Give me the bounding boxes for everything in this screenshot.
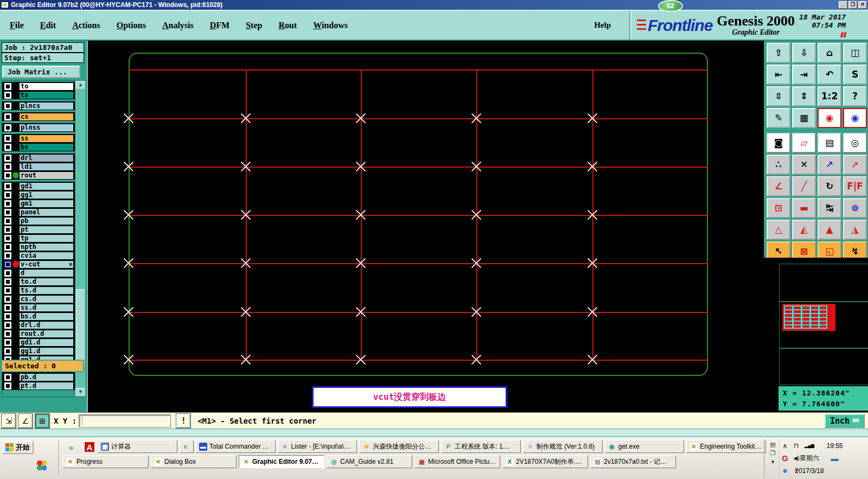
clock-time[interactable]: 19:55 xyxy=(826,442,843,450)
grid-toggle-icon[interactable]: ▦ xyxy=(792,108,816,128)
layer-visibility-checkbox[interactable] xyxy=(4,200,11,207)
layer-visibility-checkbox[interactable] xyxy=(4,144,11,151)
layer-label[interactable]: cs.d xyxy=(19,295,74,303)
layer-label[interactable]: plnss xyxy=(19,124,74,132)
network-signal-icon[interactable]: ▂▄▆ xyxy=(805,443,814,448)
previous-view-icon[interactable]: ↶ xyxy=(818,65,841,85)
menu-item[interactable]: Edit xyxy=(40,21,56,30)
layer-visibility-checkbox[interactable] xyxy=(4,330,11,337)
volume-icon[interactable]: ◀) xyxy=(793,455,799,461)
zoom-out-view-icon[interactable]: ⇩ xyxy=(792,43,816,63)
layer-visibility-checkbox[interactable] xyxy=(4,235,11,242)
layer-visibility-checkbox[interactable] xyxy=(4,209,11,216)
layer-label[interactable]: npth xyxy=(19,243,74,251)
stretch-line-icon[interactable]: ▬ xyxy=(792,198,816,218)
pan-right-icon[interactable]: ⇥ xyxy=(792,65,816,85)
clock-date[interactable]: 2017/3/18 xyxy=(795,467,824,475)
menu-item[interactable]: Rout xyxy=(278,21,297,30)
layer-label[interactable]: ldi xyxy=(19,163,74,171)
layer-visibility-checkbox[interactable] xyxy=(4,296,11,303)
taskbar-button-spec[interactable]: ≡ 制作规范 (Ver:1.0.6) xyxy=(523,440,603,453)
layer-visibility-checkbox[interactable] xyxy=(4,252,11,259)
resize-mode-icon[interactable]: ⇲ xyxy=(2,414,16,428)
layer-visibility-checkbox[interactable] xyxy=(4,155,11,162)
slope-measure-icon[interactable]: ╱ xyxy=(792,176,816,196)
layer-label[interactable]: gd1.d xyxy=(19,339,74,347)
zoom-selection-icon[interactable]: ⇕ xyxy=(792,86,816,106)
layer-label[interactable]: drl.d xyxy=(19,321,74,329)
layer-visibility-checkbox[interactable] xyxy=(4,163,11,170)
move-origin-icon[interactable]: ↗ xyxy=(818,155,841,175)
zoom-in-view-icon[interactable]: ⇧ xyxy=(767,43,790,63)
scroll-down-icon[interactable]: ▼ xyxy=(75,388,86,397)
layer-visibility-checkbox[interactable] xyxy=(4,103,11,110)
canvas-drawing[interactable] xyxy=(88,41,764,412)
layer-visibility-checkbox[interactable] xyxy=(4,348,11,355)
scroll-up-icon[interactable]: ▲ xyxy=(75,81,86,90)
layer-visibility-checkbox[interactable] xyxy=(4,322,11,329)
angle-mode-icon[interactable]: ∠ xyxy=(18,414,33,428)
layer-visibility-checkbox[interactable] xyxy=(4,339,11,346)
taskbar-button-eng-toolkit[interactable]: ✕ Engineering Toolkit 9.... xyxy=(686,440,766,453)
taskbar-button-picture-manager[interactable]: ▣ Microsoft Office Picture ... xyxy=(414,455,500,468)
scale-1-2-icon[interactable]: 1:2 xyxy=(818,86,841,106)
reshape-pad-icon[interactable]: ▱ xyxy=(792,133,816,153)
layer-visibility-checkbox[interactable] xyxy=(4,382,11,389)
menu-item[interactable]: Actions xyxy=(72,21,100,30)
layer-visibility-checkbox[interactable] xyxy=(4,287,11,294)
minimize-button[interactable]: _ xyxy=(839,1,847,9)
panel-thumbnail[interactable] xyxy=(782,304,835,331)
layer-label[interactable]: cs xyxy=(19,113,74,121)
layer-label[interactable]: ss xyxy=(19,135,74,143)
layer-label[interactable]: drl xyxy=(19,154,74,162)
menu-item[interactable]: File xyxy=(10,21,24,30)
layer-label[interactable]: plncs xyxy=(19,102,74,110)
layer-label[interactable]: bs xyxy=(19,143,74,151)
layer-visibility-checkbox[interactable] xyxy=(4,278,11,285)
mirror-icon[interactable]: F|F xyxy=(843,176,867,196)
zoom-extents-icon[interactable]: ⇳ xyxy=(767,86,790,106)
layer-visibility-checkbox[interactable] xyxy=(4,270,11,277)
layer-label[interactable]: pt xyxy=(19,226,74,234)
layer-label[interactable]: d xyxy=(19,269,74,277)
triangle-filled-icon[interactable]: ▲ xyxy=(818,220,841,240)
alert-button[interactable]: ! xyxy=(176,414,190,428)
triangle-outline-icon[interactable]: △ xyxy=(767,220,790,240)
layer-visibility-checkbox[interactable] xyxy=(4,124,11,131)
taskbar-button-xingsen[interactable]: ★ 兴森快捷衡阳分公司... xyxy=(359,440,439,453)
layer-visibility-checkbox[interactable] xyxy=(4,191,11,199)
netlist-compare-icon[interactable]: ◉ xyxy=(843,108,867,128)
layer-label[interactable]: pt.d xyxy=(19,382,74,390)
layer-label[interactable]: rout.d xyxy=(19,330,74,338)
move-point-icon[interactable]: ➚ xyxy=(843,155,867,175)
layer-visibility-checkbox[interactable] xyxy=(4,226,11,233)
layer-label[interactable]: bs.d xyxy=(19,312,74,321)
layer-visibility-checkbox[interactable] xyxy=(4,304,11,311)
layer-visibility-checkbox[interactable] xyxy=(4,92,11,99)
layer-visibility-checkbox[interactable] xyxy=(4,135,11,142)
collapse-tray-icon[interactable]: ∧ xyxy=(783,442,788,450)
delete-icon[interactable]: ✕ xyxy=(792,155,816,175)
copy-pad-icon[interactable]: ⊡ xyxy=(767,198,790,218)
power-plug-icon[interactable]: ⊓ xyxy=(794,442,799,450)
taskbar-button-eng-system[interactable]: P 工程系统 版本: 1.... xyxy=(441,440,521,453)
layer-label[interactable]: gg1 xyxy=(19,191,74,199)
angle-measure-icon[interactable]: ∠ xyxy=(767,176,790,196)
clock-weekday[interactable]: 星期六 xyxy=(800,454,819,463)
layer-visibility-checkbox[interactable] xyxy=(4,172,11,179)
start-button[interactable]: 开始 xyxy=(2,440,34,454)
chain-select-icon[interactable]: ∴ xyxy=(767,155,790,175)
layer-label[interactable]: pb xyxy=(19,217,74,225)
taskbar-button-notepad[interactable]: ▤ 2v1870x7a0.txt - 记事本 xyxy=(590,455,676,468)
layer-visibility-checkbox[interactable] xyxy=(4,218,11,225)
layer-label[interactable]: pb.d xyxy=(19,373,74,381)
restore-button[interactable]: ❐ xyxy=(848,1,857,9)
pan-left-icon[interactable]: ⇤ xyxy=(767,65,790,85)
menu-item[interactable]: Options xyxy=(117,21,146,30)
edit-tools-icon[interactable]: ✎ xyxy=(767,108,790,128)
layer-label[interactable]: panel xyxy=(19,208,74,216)
layer-label[interactable]: ts xyxy=(19,91,74,99)
layer-label[interactable]: gg1.d xyxy=(19,347,74,355)
layer-visibility-checkbox[interactable] xyxy=(4,113,11,120)
layer-label[interactable]: cvia xyxy=(19,252,74,260)
